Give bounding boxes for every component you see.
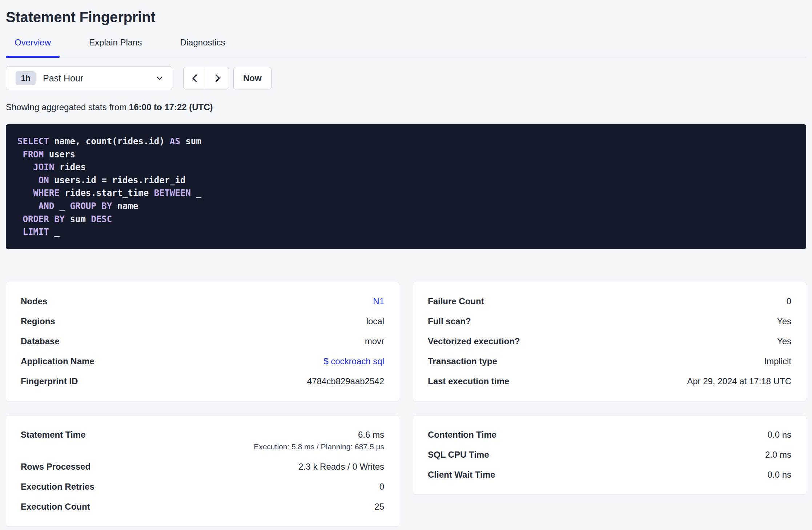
wait-timings-card: Contention Time0.0 nsSQL CPU Time2.0 msC… [413,415,806,495]
row-label: Last execution time [428,376,509,387]
row-value: Yes [777,336,791,347]
chevron-left-icon [190,73,200,83]
row-label: Contention Time [428,429,497,440]
row-value: 0.0 ns [768,469,791,480]
execution-attributes-card: Failure Count0Full scan?YesVectorized ex… [413,282,806,401]
sql-text: sum [65,214,91,224]
tab-diagnostics-label: Diagnostics [180,37,225,47]
sql-text: _ [49,227,60,237]
sql-keyword: ORDER BY [23,214,65,224]
detail-row: Execution Count25 [21,497,384,517]
previous-time-window-button[interactable] [184,67,206,89]
detail-row: NodesN1 [21,292,384,312]
row-label: Regions [21,316,55,327]
detail-row: Failure Count0 [428,292,791,312]
detail-row: Contention Time0.0 ns [428,425,791,445]
sql-text: _ [191,188,201,198]
sql-text [17,201,39,211]
sql-code-line: ON users.id = rides.rider_id [17,174,795,187]
row-value-link[interactable]: $ cockroach sql [323,356,384,367]
row-value: 2.3 k Reads / 0 Writes [298,461,384,472]
sql-code-line: JOIN rides [17,161,795,174]
detail-row: Full scan?Yes [428,312,791,332]
row-value-link[interactable]: N1 [373,296,384,307]
detail-row: Execution Retries0 [21,477,384,497]
now-button-label: Now [243,73,262,83]
statement-timings-card: Statement Time6.6 msExecution: 5.8 ms / … [6,415,399,527]
page-title: Statement Fingerprint [6,9,806,25]
detail-row: Client Wait Time0.0 ns [428,465,791,485]
sql-text [17,227,23,237]
now-button[interactable]: Now [233,67,272,89]
statement-details-card: NodesN1RegionslocalDatabasemovrApplicati… [6,282,399,401]
sql-code-line: SELECT name, count(rides.id) AS sum [17,135,795,148]
time-range-select[interactable]: 1h Past Hour [6,66,172,90]
sql-code-line: LIMIT _ [17,226,795,239]
row-label: Failure Count [428,296,484,307]
row-label: Vectorized execution? [428,336,520,347]
row-label: Nodes [21,296,47,307]
sql-text [17,214,23,224]
chevron-down-icon [155,74,164,83]
row-label: SQL CPU Time [428,449,489,460]
stats-summary-range: 16:00 to 17:22 (UTC) [129,102,213,112]
sql-code-line: WHERE rides.start_time BETWEEN _ [17,187,795,200]
sql-text: users [44,149,75,160]
detail-row: Rows Processed2.3 k Reads / 0 Writes [21,457,384,477]
row-label: Transaction type [428,356,497,367]
sql-keyword: AS [170,136,180,146]
sql-code-line: ORDER BY sum DESC [17,213,795,226]
tab-bar: Overview Explain Plans Diagnostics [6,37,806,57]
sql-text [17,162,33,172]
tab-diagnostics[interactable]: Diagnostics [171,37,234,57]
time-toolbar: 1h Past Hour [6,66,806,90]
sql-keyword: LIMIT [23,227,49,237]
aggregated-stats-summary: Showing aggregated stats from 16:00 to 1… [6,102,806,113]
detail-row: Regionslocal [21,312,384,332]
time-range-label: Past Hour [43,73,83,84]
sql-text: name [112,201,138,211]
row-value: local [366,316,384,327]
tab-explain-plans[interactable]: Explain Plans [80,37,150,57]
sql-keyword: DESC [91,214,112,224]
row-value: movr [365,336,384,347]
sql-statement-box: SELECT name, count(rides.id) AS sum FROM… [6,124,806,249]
sql-code-line: FROM users [17,148,795,161]
detail-cards: NodesN1RegionslocalDatabasemovrApplicati… [6,282,806,527]
stats-summary-prefix: Showing aggregated stats from [6,102,129,112]
sql-text [17,149,23,160]
detail-row: Transaction typeImplicit [428,352,791,372]
next-time-window-button[interactable] [206,67,229,89]
sql-text: users.id = rides.rider_id [49,175,186,185]
row-value: Implicit [764,356,791,367]
row-value: Apr 29, 2024 at 17:18 UTC [687,376,791,387]
row-value: 4784cb829aab2542 [307,376,384,387]
detail-row: Vectorized execution?Yes [428,332,791,352]
sql-text: sum [180,136,201,146]
sql-text: rides.start_time [60,188,154,198]
detail-row: Last execution timeApr 29, 2024 at 17:18… [428,372,791,392]
time-window-arrows [183,67,229,89]
row-label: Execution Retries [21,481,95,492]
row-value: 6.6 ms [358,429,384,440]
active-tab-underline [6,56,60,58]
sql-keyword: WHERE [33,188,59,198]
row-label: Application Name [21,356,95,367]
sql-keyword: SELECT [17,136,49,146]
tab-overview-label: Overview [15,37,51,47]
sql-keyword: ON [39,175,49,185]
sql-keyword: AND [39,201,54,211]
tab-overview[interactable]: Overview [6,37,60,57]
row-label: Full scan? [428,316,471,327]
sql-text: _ [54,201,70,211]
row-subvalue: Execution: 5.8 ms / Planning: 687.5 µs [254,441,384,452]
detail-row: Statement Time6.6 msExecution: 5.8 ms / … [21,425,384,457]
row-label: Client Wait Time [428,469,495,480]
sql-code-line: AND _ GROUP BY name [17,200,795,213]
statement-fingerprint-page: Statement Fingerprint Overview Explain P… [0,9,812,527]
sql-text [17,175,39,185]
sql-keyword: BETWEEN [154,188,191,198]
tab-explain-plans-label: Explain Plans [89,37,142,47]
row-label: Rows Processed [21,461,91,472]
detail-row: Application Name$ cockroach sql [21,352,384,372]
